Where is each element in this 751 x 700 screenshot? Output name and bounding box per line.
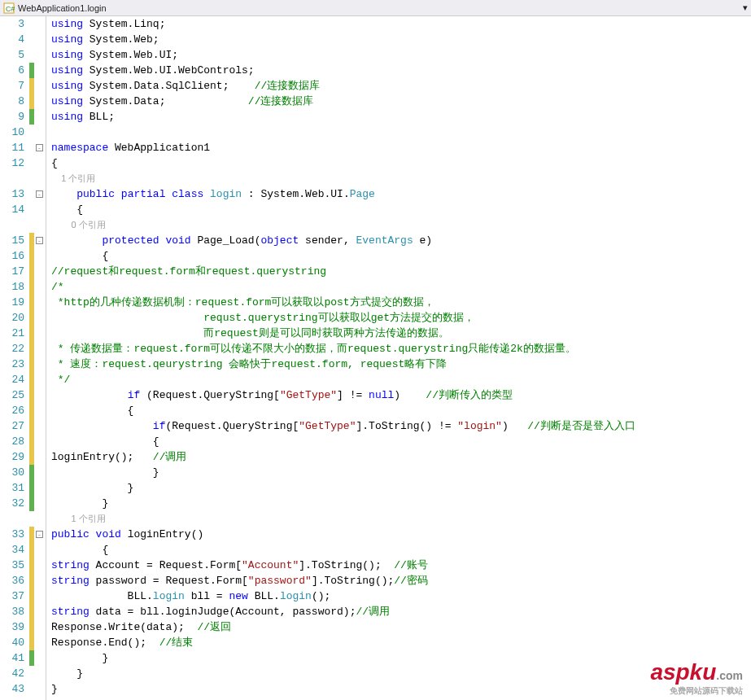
code-line: } (51, 496, 751, 511)
svg-text:C#: C# (6, 5, 15, 13)
codelens-references[interactable]: 0 个引用 (51, 217, 751, 233)
code-line: BLL.login bll = new BLL.login(); (51, 588, 751, 604)
code-line: { (51, 155, 751, 171)
fold-toggle[interactable]: - (36, 531, 43, 538)
code-line: } (51, 465, 751, 480)
code-line: using System.Web.UI.WebControls; (51, 63, 751, 78)
code-line: Response.Write(data); //返回 (51, 619, 751, 635)
watermark-logo: aspku.com 免费网站源码下载站 (650, 659, 743, 697)
code-area[interactable]: using System.Linq;using System.Web;using… (46, 16, 751, 700)
code-line: Response.End(); //结束 (51, 635, 751, 650)
fold-strip: ---- (34, 16, 46, 700)
csharp-file-icon: C# (3, 2, 15, 14)
code-line: { (51, 248, 751, 264)
code-line: { (51, 403, 751, 418)
code-line: if(Request.QueryString["GetType"].ToStri… (51, 418, 751, 434)
code-line: { (51, 542, 751, 558)
file-title: WebApplication1.login (18, 3, 107, 13)
line-number-gutter: 3456789101112131415161718192021222324252… (0, 16, 29, 700)
code-line: public partial class login : System.Web.… (51, 186, 751, 202)
code-line: { (51, 202, 751, 217)
code-line: } (51, 666, 751, 681)
code-line: protected void Page_Load(object sender, … (51, 233, 751, 248)
code-line: namespace WebApplication1 (51, 140, 751, 155)
fold-toggle[interactable]: - (36, 144, 43, 151)
fold-toggle[interactable]: - (36, 190, 43, 198)
code-line: using BLL; (51, 109, 751, 125)
dropdown-icon[interactable]: ▾ (740, 2, 751, 13)
codelens-references[interactable]: 1 个引用 (51, 171, 751, 186)
code-line: } (51, 650, 751, 666)
code-line: */ (51, 372, 751, 387)
code-line: } (51, 480, 751, 496)
code-line: string password = Request.Form["password… (51, 573, 751, 588)
fold-toggle[interactable]: - (36, 237, 43, 244)
code-line: using System.Web.UI; (51, 47, 751, 63)
codelens-references[interactable]: 1 个引用 (51, 511, 751, 527)
code-line: requst.querystring可以获取以get方法提交的数据， (51, 310, 751, 326)
code-line (51, 125, 751, 140)
code-line: { (51, 434, 751, 449)
code-line: //request和request.form和request.querystri… (51, 264, 751, 279)
code-line: * 速度：request.qeurystring 会略快于request.for… (51, 357, 751, 372)
code-line: * 传递数据量：request.form可以传递不限大小的数据，而request… (51, 341, 751, 357)
title-bar: C# WebApplication1.login ▾ (0, 0, 751, 16)
code-line: loginEntry(); //调用 (51, 449, 751, 465)
code-line: using System.Web; (51, 32, 751, 47)
code-line: using System.Linq; (51, 16, 751, 32)
code-line: using System.Data.SqlClient; //连接数据库 (51, 78, 751, 94)
code-line: } (51, 681, 751, 697)
code-line: if (Request.QueryString["GetType"] != nu… (51, 387, 751, 403)
code-line: string data = bll.loginJudge(Account, pa… (51, 604, 751, 619)
code-line: /* (51, 279, 751, 295)
code-line: public void loginEntry() (51, 527, 751, 542)
code-line: *http的几种传递数据机制：request.form可以获取以post方式提交… (51, 295, 751, 310)
code-line: string Account = Request.Form["Account"]… (51, 558, 751, 573)
code-editor[interactable]: 3456789101112131415161718192021222324252… (0, 16, 751, 700)
code-line: using System.Data; //连接数据库 (51, 94, 751, 109)
code-line: 而request则是可以同时获取两种方法传递的数据。 (51, 326, 751, 341)
